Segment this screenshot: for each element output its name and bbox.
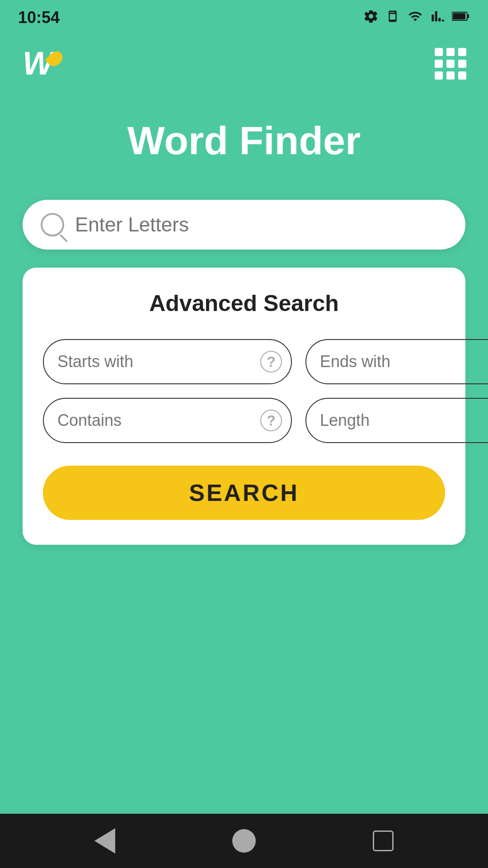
search-icon-wrapper <box>41 213 64 236</box>
contains-input[interactable] <box>57 411 260 430</box>
main-search-bar <box>23 200 465 250</box>
recents-icon <box>373 830 394 851</box>
sd-icon <box>386 9 399 27</box>
contains-help-icon[interactable]: ? <box>260 410 282 431</box>
ends-with-field: ? <box>305 339 488 384</box>
grid-icon <box>435 48 465 79</box>
back-icon <box>94 828 115 854</box>
status-time: 10:54 <box>18 8 60 27</box>
length-field: ? <box>305 398 488 443</box>
advanced-search-panel: Advanced Search ? ? ? ? <box>23 268 465 545</box>
contains-field: ? <box>43 398 292 443</box>
advanced-search-title: Advanced Search <box>43 290 445 316</box>
status-icons <box>363 9 470 27</box>
logo: W <box>23 47 61 80</box>
svg-rect-1 <box>467 14 469 18</box>
home-button[interactable] <box>232 829 256 853</box>
top-bar: W <box>0 32 488 90</box>
signal-icon <box>431 9 445 27</box>
search-input[interactable] <box>75 213 447 236</box>
ends-with-input[interactable] <box>320 352 488 371</box>
main-content: Word Finder Advanced Search ? ? ? <box>0 90 488 814</box>
grid-menu-button[interactable] <box>435 48 465 79</box>
starts-with-help-icon[interactable]: ? <box>260 351 282 373</box>
battery-icon <box>452 10 470 26</box>
home-icon <box>232 829 256 853</box>
back-button[interactable] <box>94 828 115 854</box>
length-input[interactable] <box>320 411 488 430</box>
page-title: Word Finder <box>127 118 361 164</box>
gear-icon <box>363 9 379 27</box>
search-button[interactable]: SEARCH <box>43 466 445 520</box>
nav-bar <box>0 814 488 868</box>
starts-with-input[interactable] <box>57 352 260 371</box>
recents-button[interactable] <box>373 830 394 851</box>
svg-rect-2 <box>453 13 465 19</box>
wifi-icon <box>407 9 424 27</box>
search-icon <box>41 213 64 236</box>
status-bar: 10:54 <box>0 0 488 32</box>
starts-with-field: ? <box>43 339 292 384</box>
fields-grid: ? ? ? ? <box>43 339 445 443</box>
